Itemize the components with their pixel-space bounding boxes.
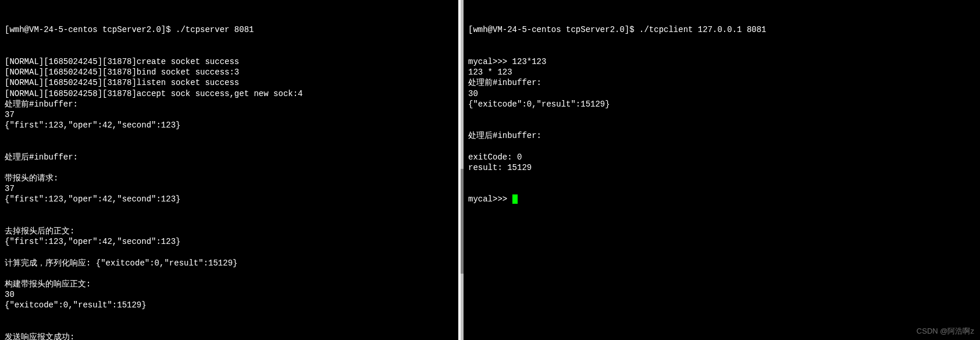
output-line	[5, 205, 454, 215]
output-line	[5, 321, 454, 332]
output-line	[5, 247, 454, 257]
output-line	[5, 141, 454, 151]
terminal-right-pane[interactable]: [wmh@VM-24-5-centos tcpServer2.0]$ ./tcp…	[464, 0, 980, 340]
output-line	[468, 141, 975, 151]
output-line	[468, 120, 975, 130]
output-line: 处理后#inbuffer:	[468, 130, 975, 141]
shell-prompt-right: [wmh@VM-24-5-centos tcpServer2.0]$ ./tcp…	[468, 24, 975, 35]
terminal-right-output: mycal>>> 123*123123 * 123处理前#inbuffer:30…	[468, 56, 975, 173]
output-line: exitCode: 0	[468, 152, 975, 162]
output-line: result: 15129	[468, 162, 975, 173]
output-line	[468, 109, 975, 120]
output-line: mycal>>> 123*123	[468, 56, 975, 67]
cursor-right	[512, 194, 518, 204]
split-divider[interactable]	[458, 0, 464, 340]
output-line: [NORMAL][1685024245][31878]create socket…	[5, 56, 454, 67]
output-line: [NORMAL][1685024245][31878]listen socket…	[5, 77, 454, 88]
output-line: 发送响应报文成功:	[5, 332, 454, 340]
output-line: 处理前#inbuffer:	[5, 99, 454, 109]
output-line: 带报头的请求:	[5, 173, 454, 183]
output-line: 去掉报头后的正文:	[5, 226, 454, 236]
terminal-left-pane[interactable]: [wmh@VM-24-5-centos tcpServer2.0]$ ./tcp…	[0, 0, 458, 340]
output-line: {"first":123,"oper":42,"second":123}	[5, 236, 454, 247]
output-line: [NORMAL][1685024245][31878]bind socket s…	[5, 67, 454, 77]
mycal-prompt[interactable]: mycal>>>	[468, 194, 512, 204]
output-line: {"exitcode":0,"result":15129}	[5, 300, 454, 310]
output-line	[5, 215, 454, 226]
output-line	[5, 310, 454, 321]
output-line: {"exitcode":0,"result":15129}	[468, 99, 975, 109]
output-line	[5, 162, 454, 173]
terminal-left-output: [NORMAL][1685024245][31878]create socket…	[5, 56, 454, 340]
output-line: 计算完成，序列化响应: {"exitcode":0,"result":15129…	[5, 258, 454, 268]
output-line: 30	[468, 88, 975, 99]
output-line: 37	[5, 183, 454, 194]
mycal-prompt-line: mycal>>>	[468, 194, 975, 204]
shell-prompt-left: [wmh@VM-24-5-centos tcpServer2.0]$ ./tcp…	[5, 24, 454, 35]
output-line: 37	[5, 109, 454, 120]
output-line	[5, 130, 454, 141]
output-line: 构建带报头的响应正文:	[5, 279, 454, 289]
output-line: 30	[5, 289, 454, 300]
output-line: 123 * 123	[468, 67, 975, 77]
output-line	[5, 268, 454, 279]
output-line: [NORMAL][1685024258][31878]accept sock s…	[5, 88, 454, 99]
output-line: {"first":123,"oper":42,"second":123}	[5, 194, 454, 204]
output-line: 处理后#inbuffer:	[5, 152, 454, 162]
output-line: {"first":123,"oper":42,"second":123}	[5, 120, 454, 130]
output-line: 处理前#inbuffer:	[468, 77, 975, 88]
